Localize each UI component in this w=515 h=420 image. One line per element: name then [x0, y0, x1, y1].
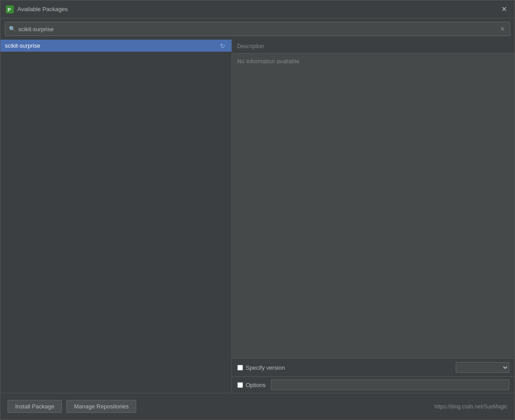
refresh-icon: ↻: [220, 42, 225, 49]
search-wrapper: 🔍 ✕: [5, 22, 510, 36]
options-label: Options: [246, 382, 266, 388]
description-content: No information available: [232, 53, 515, 358]
search-input[interactable]: [18, 26, 499, 33]
package-list: scikit-surprise: [0, 40, 231, 393]
specify-version-wrapper: Specify version: [237, 364, 285, 371]
footer-url: https://blog.csdn.net/SueMagic: [434, 404, 507, 410]
package-name: scikit-surprise: [5, 42, 40, 49]
right-panel: Description No information available Spe…: [232, 40, 515, 393]
window-title: Available Packages: [17, 6, 499, 12]
available-packages-window: P Available Packages ✕ 🔍 ✕ scikit-surpri…: [0, 0, 515, 420]
version-dropdown[interactable]: [456, 362, 509, 373]
bottom-bar: Install Package Manage Repositories http…: [0, 393, 515, 420]
options-checkbox[interactable]: [237, 382, 243, 388]
version-row: Specify version: [232, 358, 515, 376]
title-bar: P Available Packages ✕: [0, 0, 515, 18]
options-input[interactable]: [271, 379, 509, 390]
clear-search-button[interactable]: ✕: [499, 25, 506, 33]
options-row: Options: [232, 376, 515, 393]
search-bar: 🔍 ✕: [0, 18, 515, 40]
search-icon: 🔍: [9, 26, 16, 32]
description-header: Description: [232, 40, 515, 53]
app-icon: P: [6, 5, 14, 13]
specify-version-label: Specify version: [246, 364, 285, 371]
close-button[interactable]: ✕: [499, 4, 509, 15]
refresh-button[interactable]: ↻: [217, 40, 228, 52]
options-wrapper: Options: [237, 382, 266, 388]
package-item[interactable]: scikit-surprise: [0, 40, 231, 52]
svg-text:P: P: [8, 7, 11, 12]
close-icon: ✕: [501, 5, 507, 13]
manage-repositories-button[interactable]: Manage Repositories: [66, 400, 136, 413]
install-package-button[interactable]: Install Package: [8, 400, 62, 413]
main-content: scikit-surprise ↻ Description No informa…: [0, 40, 515, 393]
specify-version-checkbox[interactable]: [237, 365, 243, 371]
left-panel: scikit-surprise ↻: [0, 40, 232, 393]
